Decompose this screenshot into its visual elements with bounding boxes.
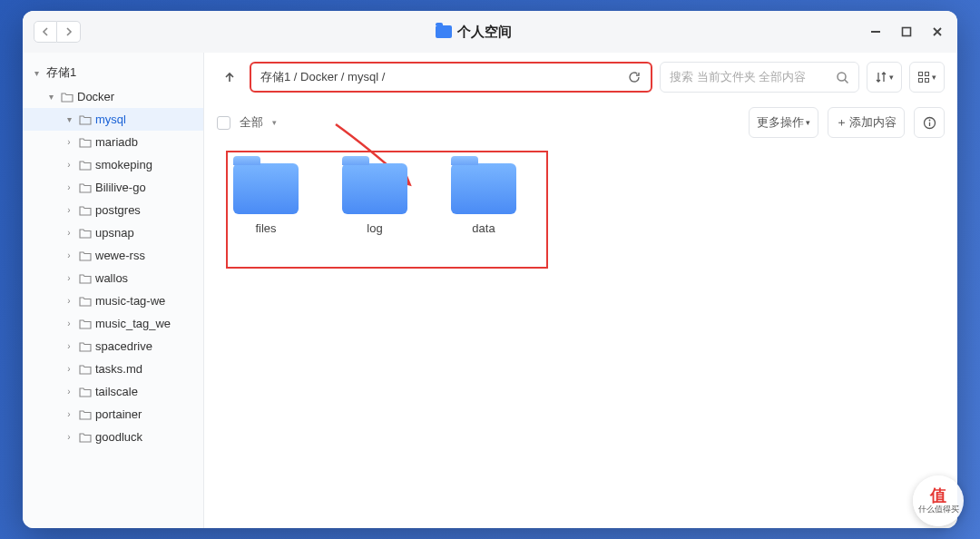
chevron-icon: ▾ <box>63 114 75 124</box>
search-placeholder: 搜索 当前文件夹 全部内容 <box>670 69 806 85</box>
sort-button[interactable]: ▾ <box>867 62 902 93</box>
sidebar-item-label: music-tag-we <box>95 294 165 308</box>
chevron-down-icon: ▾ <box>889 73 894 82</box>
sidebar-item-mysql[interactable]: ▾mysql <box>23 108 203 131</box>
sidebar-item-label: spacedrive <box>95 339 152 353</box>
sidebar-tree: ▾Docker▾mysql›mariadb›smokeping›Bililive… <box>23 85 203 448</box>
info-button[interactable] <box>914 107 945 138</box>
select-all-label: 全部 <box>240 114 263 131</box>
folder-label: log <box>367 221 382 235</box>
watermark-char: 值 <box>930 487 946 504</box>
folder-icon <box>79 228 92 239</box>
svg-rect-6 <box>919 79 923 83</box>
chevron-icon: › <box>63 228 75 238</box>
sidebar-item-portainer[interactable]: ›portainer <box>23 403 203 426</box>
chevron-icon: › <box>63 205 75 215</box>
folder-icon <box>451 163 516 214</box>
chevron-icon: › <box>63 409 75 419</box>
minimize-button[interactable] <box>867 23 885 41</box>
more-ops-button[interactable]: 更多操作 ▾ <box>749 107 818 138</box>
chevron-down-icon[interactable]: ▾ <box>272 118 277 127</box>
sidebar-item-bililive-go[interactable]: ›Bililive-go <box>23 176 203 199</box>
folder-icon <box>79 273 92 284</box>
chevron-icon: › <box>63 387 75 397</box>
folder-icon <box>342 163 407 214</box>
plus-icon: ＋ <box>836 114 848 131</box>
sidebar-item-wallos[interactable]: ›wallos <box>23 267 203 289</box>
path-toolbar: 存储1 / Docker / mysql / 搜索 当前文件夹 全部内容 ▾ <box>204 53 957 102</box>
sidebar-item-label: smokeping <box>95 158 152 172</box>
sidebar-item-docker[interactable]: ▾Docker <box>23 85 203 108</box>
chevron-icon: ▾ <box>44 92 57 102</box>
file-manager-window: 个人空间 ▾ 存储1 ▾Docker▾mysql›mariadb›smokepi… <box>23 11 957 528</box>
add-content-label: 添加内容 <box>849 114 897 131</box>
sidebar-item-label: tasks.md <box>95 362 142 376</box>
svg-rect-1 <box>903 28 911 36</box>
add-content-button[interactable]: ＋ 添加内容 <box>828 107 905 138</box>
folder-item-data[interactable]: data <box>438 163 529 235</box>
folder-icon <box>233 163 299 214</box>
chevron-down-icon: ▾ <box>806 118 810 127</box>
chevron-icon: › <box>63 250 75 260</box>
folder-label: files <box>255 221 276 235</box>
refresh-icon[interactable] <box>627 70 642 84</box>
sidebar-item-tasks-md[interactable]: ›tasks.md <box>23 358 203 380</box>
sidebar-item-music-tag-we[interactable]: ›music_tag_we <box>23 312 203 335</box>
sidebar-item-label: Docker <box>77 90 114 103</box>
sidebar-item-spacedrive[interactable]: ›spacedrive <box>23 335 203 358</box>
svg-rect-4 <box>919 73 923 76</box>
sidebar-item-wewe-rss[interactable]: ›wewe-rss <box>23 244 203 267</box>
folder-icon <box>79 341 92 352</box>
chevron-icon: › <box>63 296 75 306</box>
breadcrumb-text: 存储1 / Docker / mysql / <box>260 69 385 85</box>
folder-item-files[interactable]: files <box>220 163 311 235</box>
folder-icon <box>79 137 92 148</box>
sidebar-item-label: mysql <box>95 113 126 126</box>
window-controls <box>867 23 946 41</box>
sidebar-item-goodluck[interactable]: ›goodluck <box>23 426 203 448</box>
watermark-text: 什么值得买 <box>918 504 959 515</box>
sidebar-item-music-tag-we[interactable]: ›music-tag-we <box>23 289 203 312</box>
search-input[interactable]: 搜索 当前文件夹 全部内容 <box>660 62 859 93</box>
forward-button[interactable] <box>57 21 81 43</box>
sidebar-item-upsnap[interactable]: ›upsnap <box>23 221 203 244</box>
back-button[interactable] <box>34 21 57 43</box>
chevron-down-icon: ▾ <box>30 68 43 78</box>
nav-back-forward <box>34 21 81 43</box>
chevron-icon: › <box>63 341 75 351</box>
chevron-icon: › <box>63 160 75 170</box>
sidebar-item-label: music_tag_we <box>95 317 171 330</box>
folder-icon <box>79 205 92 216</box>
main-panel: 存储1 / Docker / mysql / 搜索 当前文件夹 全部内容 ▾ <box>204 53 957 528</box>
folder-icon <box>79 250 92 261</box>
sidebar-item-postgres[interactable]: ›postgres <box>23 199 203 221</box>
up-button[interactable] <box>217 64 242 90</box>
svg-point-2 <box>838 73 846 81</box>
select-all-checkbox[interactable] <box>217 116 230 130</box>
chevron-icon: › <box>63 182 75 192</box>
folder-icon <box>79 114 92 125</box>
sidebar-item-label: Bililive-go <box>95 181 146 194</box>
folder-icon <box>61 92 74 103</box>
sidebar-item-mariadb[interactable]: ›mariadb <box>23 131 203 153</box>
folder-icon <box>79 182 92 193</box>
breadcrumb-path[interactable]: 存储1 / Docker / mysql / <box>250 62 652 93</box>
sidebar-item-label: wallos <box>95 271 128 285</box>
folder-icon <box>436 25 452 38</box>
window-title-text: 个人空间 <box>457 24 512 41</box>
sidebar-root[interactable]: ▾ 存储1 <box>23 60 203 85</box>
search-icon <box>836 71 849 84</box>
view-button[interactable]: ▾ <box>909 62 945 93</box>
sidebar-item-label: tailscale <box>95 385 138 398</box>
chevron-icon: › <box>63 318 75 328</box>
sidebar-item-smokeping[interactable]: ›smokeping <box>23 153 203 176</box>
folder-item-log[interactable]: log <box>329 163 420 235</box>
sidebar-item-label: goodluck <box>95 430 142 444</box>
sidebar-item-label: postgres <box>95 203 141 217</box>
sidebar-root-label: 存储1 <box>46 64 76 81</box>
maximize-button[interactable] <box>897 23 916 41</box>
close-button[interactable] <box>928 23 946 41</box>
chevron-icon: › <box>63 432 75 442</box>
sidebar-item-tailscale[interactable]: ›tailscale <box>23 380 203 403</box>
svg-line-3 <box>845 80 848 83</box>
